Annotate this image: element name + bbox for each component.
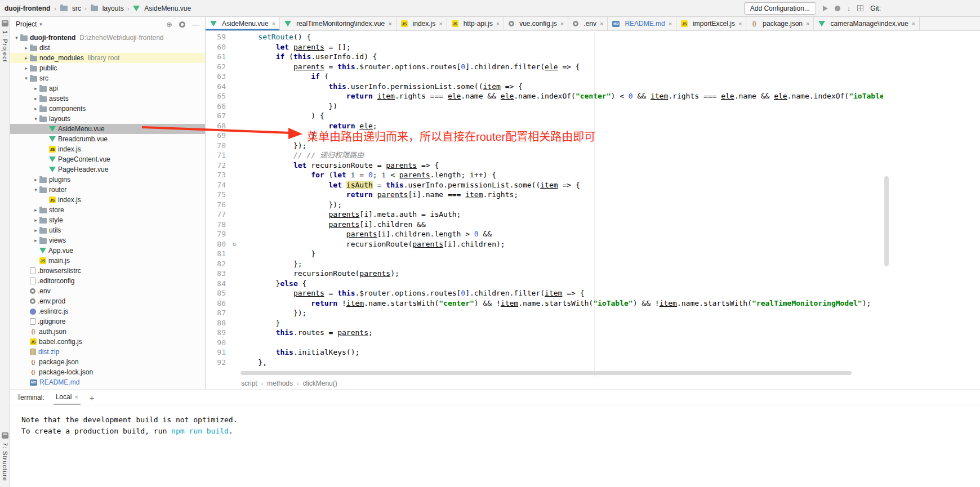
close-icon[interactable]: × xyxy=(669,20,672,27)
tree-item[interactable]: ▾router xyxy=(10,185,205,195)
close-icon[interactable]: × xyxy=(560,20,564,27)
code-editor[interactable]: 59 setRoute() {60 let parents = [];61 if… xyxy=(206,31,980,377)
horizontal-scrollbar[interactable] xyxy=(240,371,852,375)
chevron-right-icon[interactable]: ▸ xyxy=(23,55,29,61)
settings-gear-icon[interactable] xyxy=(179,21,185,28)
close-icon[interactable]: × xyxy=(272,20,275,27)
tree-item[interactable]: .browserslistrc xyxy=(10,266,205,276)
code-line[interactable]: 86 return !item.name.startsWith("center"… xyxy=(206,298,883,309)
tree-item[interactable]: PageContent.vue xyxy=(10,154,205,164)
code-line[interactable]: 68 return ele; xyxy=(206,121,883,131)
breadcrumb-project[interactable]: duoji-frontend xyxy=(5,5,50,12)
code-line[interactable]: 61 if (this.userInfo.id) { xyxy=(206,52,883,62)
tree-item[interactable]: .gitignore xyxy=(10,316,205,327)
chevron-right-icon[interactable]: ▸ xyxy=(33,227,39,233)
chevron-right-icon[interactable]: ▸ xyxy=(33,96,39,101)
debug-icon[interactable] xyxy=(835,6,840,11)
chevron-right-icon[interactable]: ▸ xyxy=(23,65,29,71)
code-line[interactable]: 65 return item.rights === ele.name && el… xyxy=(206,91,883,101)
project-panel-title[interactable]: Project xyxy=(16,20,37,28)
vcs-update-icon[interactable]: ↓ xyxy=(847,4,851,12)
tree-item[interactable]: ▸assets xyxy=(10,93,205,104)
chevron-down-icon[interactable]: ▾ xyxy=(39,21,42,27)
code-line[interactable]: 71 // // 递归权限路由 xyxy=(206,150,883,160)
close-icon[interactable]: × xyxy=(388,20,391,27)
code-line[interactable]: 75 return parents[i].name === item.right… xyxy=(206,190,883,200)
tree-item[interactable]: README.md xyxy=(10,377,205,387)
terminal-output[interactable]: Note that the development build is not o… xyxy=(10,405,980,437)
code-line[interactable]: 64 this.userInfo.permissionList.some((it… xyxy=(206,82,883,92)
breadcrumb-item[interactable]: AsideMenu.vue xyxy=(132,5,191,12)
chevron-right-icon[interactable]: ▸ xyxy=(33,238,39,243)
tree-item[interactable]: .env xyxy=(10,286,205,296)
code-line[interactable]: 79 parents[i].children.length > 0 && xyxy=(206,229,883,239)
tree-item[interactable]: package.json xyxy=(10,357,205,367)
code-line[interactable]: 70 }); xyxy=(206,141,883,151)
code-line[interactable]: 73 for (let i = 0; i < parents.length; i… xyxy=(206,170,883,180)
code-line[interactable]: 66 }) xyxy=(206,101,883,111)
layout-grid-icon[interactable] xyxy=(857,5,863,11)
code-line[interactable]: 59 setRoute() { xyxy=(206,32,883,42)
editor-tab[interactable]: package.json× xyxy=(746,17,814,30)
code-line[interactable]: 88 } xyxy=(206,318,883,328)
tree-item[interactable]: ▾layouts xyxy=(10,114,205,124)
chevron-right-icon[interactable]: ▸ xyxy=(33,177,39,182)
close-icon[interactable]: × xyxy=(496,20,500,27)
editor-breadcrumb-item[interactable]: methods xyxy=(267,379,293,387)
tree-item[interactable]: ▸utils xyxy=(10,225,205,235)
editor-tab[interactable]: index.js× xyxy=(397,17,447,30)
tree-item[interactable]: index.js xyxy=(10,144,205,154)
code-line[interactable]: 85 parents = this.$router.options.routes… xyxy=(206,288,883,298)
close-icon[interactable]: × xyxy=(439,20,442,27)
editor-breadcrumb-item[interactable]: clickMenu() xyxy=(302,379,337,387)
tree-item[interactable]: ▸dist xyxy=(10,43,205,53)
code-line[interactable]: 63 if ( xyxy=(206,72,883,82)
locate-file-icon[interactable]: ⊕ xyxy=(166,20,172,29)
chevron-down-icon[interactable]: ▾ xyxy=(23,75,29,81)
code-line[interactable]: 60 let parents = []; xyxy=(206,42,883,52)
chevron-right-icon[interactable]: ▸ xyxy=(33,86,39,91)
tree-item[interactable]: ▸components xyxy=(10,104,205,114)
code-line[interactable]: 69 } xyxy=(206,131,883,141)
code-line[interactable]: 77 parents[i].meta.auth = isAuth; xyxy=(206,209,883,220)
code-line[interactable]: 72 let recursionRoute = parents => { xyxy=(206,160,883,171)
project-tool-button[interactable]: 1: Project xyxy=(2,20,8,62)
tree-item[interactable]: .env.prod xyxy=(10,296,205,306)
close-icon[interactable]: × xyxy=(806,20,809,27)
chevron-right-icon[interactable]: ▸ xyxy=(23,45,29,51)
tree-item[interactable]: main.js xyxy=(10,256,205,266)
code-line[interactable]: 87 }); xyxy=(206,308,883,318)
close-icon[interactable]: × xyxy=(738,20,742,27)
chevron-down-icon[interactable]: ▾ xyxy=(33,187,39,193)
editor-tab[interactable]: .env× xyxy=(568,17,608,30)
editor-tab[interactable]: vue.config.js× xyxy=(504,17,568,30)
code-line[interactable]: 81 } xyxy=(206,249,883,259)
code-line[interactable]: 91 this.initialKeys(); xyxy=(206,347,883,358)
tree-item[interactable]: dist.zip xyxy=(10,347,205,357)
close-icon[interactable]: × xyxy=(74,394,78,400)
chevron-right-icon[interactable]: ▸ xyxy=(33,207,39,213)
tree-item[interactable]: babel.config.js xyxy=(10,337,205,347)
chevron-right-icon[interactable]: ▸ xyxy=(33,217,39,223)
tree-item[interactable]: .editorconfig xyxy=(10,276,205,286)
git-branch-widget[interactable]: Git: xyxy=(870,5,881,12)
hide-panel-icon[interactable]: — xyxy=(192,20,199,29)
tree-item[interactable]: ▾src xyxy=(10,73,205,83)
chevron-right-icon[interactable]: ▸ xyxy=(33,106,39,111)
tree-item[interactable]: Breadcrumb.vue xyxy=(10,134,205,144)
code-line[interactable]: 76 }); xyxy=(206,200,883,210)
tree-item[interactable]: index.js xyxy=(10,195,205,205)
tree-item[interactable]: ▸views xyxy=(10,235,205,245)
breadcrumb-item[interactable]: layouts xyxy=(90,5,124,12)
tree-item[interactable]: ▸style xyxy=(10,215,205,225)
editor-tab[interactable]: cameraManage\index.vue× xyxy=(814,17,920,30)
code-line[interactable]: 90 xyxy=(206,338,883,348)
code-line[interactable]: 82 }; xyxy=(206,259,883,269)
code-line[interactable]: 67 ) { xyxy=(206,111,883,121)
editor-tab[interactable]: README.md× xyxy=(608,17,676,30)
editor-breadcrumb-item[interactable]: script xyxy=(241,379,257,387)
tree-item[interactable]: package-lock.json xyxy=(10,367,205,377)
code-line[interactable]: 83 recursionRoute(parents); xyxy=(206,269,883,279)
editor-tab[interactable]: realTimeMonitoring\index.vue× xyxy=(280,17,396,30)
tree-item[interactable]: ▸node_moduleslibrary root xyxy=(10,53,205,63)
